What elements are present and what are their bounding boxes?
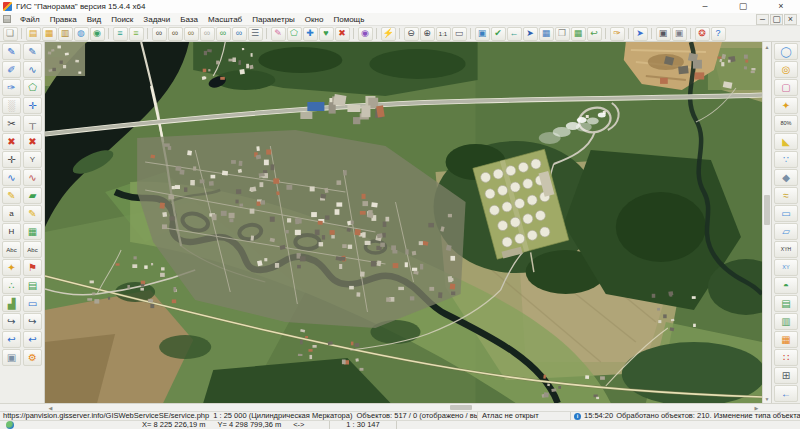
- find-by-name-icon[interactable]: ∞: [168, 27, 183, 41]
- map-viewport[interactable]: [45, 42, 762, 403]
- menu-database[interactable]: База: [175, 15, 203, 24]
- select-object-icon[interactable]: ➤: [523, 27, 538, 41]
- frame-xy-icon[interactable]: XY: [774, 259, 798, 276]
- find-selected-icon[interactable]: ∞: [232, 27, 247, 41]
- map-select-icon[interactable]: ▦: [571, 27, 586, 41]
- flashlight-icon[interactable]: ✦: [2, 259, 21, 276]
- print-setup-icon[interactable]: ▣: [672, 27, 687, 41]
- find-object-icon[interactable]: ∞: [152, 27, 167, 41]
- undo-select-icon[interactable]: ↩: [587, 27, 602, 41]
- edit-object-icon[interactable]: ✎: [2, 43, 21, 60]
- mdi-restore-button[interactable]: ▢: [770, 14, 783, 25]
- menu-scale[interactable]: Масштаб: [203, 15, 247, 24]
- scatter-points-icon[interactable]: ∷: [774, 349, 798, 366]
- menu-tasks[interactable]: Задачи: [138, 15, 175, 24]
- ellipse-tool-icon[interactable]: ◯: [774, 43, 798, 60]
- refresh-map-icon[interactable]: ⚡: [381, 27, 396, 41]
- lens-layers-icon[interactable]: ◓: [774, 277, 798, 294]
- scroll-left-button[interactable]: ◀: [46, 404, 55, 411]
- delete-object-icon[interactable]: ✖: [335, 27, 350, 41]
- zoom-1-1-icon[interactable]: 1:1: [436, 27, 451, 41]
- color-wheel-icon[interactable]: ❂: [695, 27, 710, 41]
- text-a-icon[interactable]: a: [2, 205, 21, 222]
- map-object-icon[interactable]: ▦: [23, 223, 42, 240]
- open-geoportal-icon[interactable]: ◍: [74, 27, 89, 41]
- pointer-icon[interactable]: ➤: [633, 27, 648, 41]
- scroll-down-button[interactable]: ▼: [763, 394, 771, 403]
- redo-icon[interactable]: ↪: [2, 313, 21, 330]
- text-abc-icon[interactable]: Abc: [2, 241, 21, 258]
- undo2-icon[interactable]: ↩: [23, 331, 42, 348]
- survey-point-icon[interactable]: ⚑: [23, 259, 42, 276]
- palette-icon[interactable]: ◉: [358, 27, 373, 41]
- redo2-icon[interactable]: ↪: [23, 313, 42, 330]
- menu-options[interactable]: Параметры: [247, 15, 300, 24]
- favorites-icon[interactable]: ♥: [319, 27, 334, 41]
- layer-list-icon[interactable]: ≡: [113, 27, 128, 41]
- zoom-frame-icon[interactable]: ▭: [452, 27, 467, 41]
- create-spline-icon[interactable]: ∿: [23, 61, 42, 78]
- menu-help[interactable]: Помощь: [328, 15, 369, 24]
- find-inactive-icon[interactable]: ∞: [200, 27, 215, 41]
- marker-icon[interactable]: ✎: [2, 187, 21, 204]
- add-layer-icon[interactable]: ≡: [129, 27, 144, 41]
- vertical-scrollbar[interactable]: ▲ ▼: [762, 42, 771, 403]
- horizontal-scroll-thumb[interactable]: [450, 405, 472, 410]
- close-button[interactable]: ×: [762, 0, 800, 13]
- minimize-button[interactable]: –: [686, 0, 724, 13]
- find-advanced-icon[interactable]: ∞: [184, 27, 199, 41]
- open-database-icon[interactable]: ▥: [58, 27, 73, 41]
- range-toggle[interactable]: <->: [293, 421, 304, 429]
- raster-settings-icon[interactable]: ▣: [2, 349, 21, 366]
- menu-view[interactable]: Вид: [82, 15, 106, 24]
- clipboard-icon[interactable]: ❐: [555, 27, 570, 41]
- scroll-right-button[interactable]: ▶: [752, 404, 761, 411]
- menu-file[interactable]: Файл: [15, 15, 45, 24]
- branch-icon[interactable]: Y: [23, 151, 42, 168]
- coords-xyh-icon[interactable]: XYH: [774, 241, 798, 258]
- opacity-badge[interactable]: 80%: [774, 115, 798, 132]
- create-object-icon[interactable]: ✎: [23, 43, 42, 60]
- new-map-icon[interactable]: ❏: [3, 27, 18, 41]
- open-map-icon[interactable]: ▤: [26, 27, 41, 41]
- mdi-minimize-button[interactable]: –: [756, 14, 769, 25]
- edit-curve-icon[interactable]: ∿: [23, 169, 42, 186]
- highlight-ellipse-icon[interactable]: ◎: [774, 61, 798, 78]
- zoom-out-icon[interactable]: ⊖: [404, 27, 419, 41]
- create-polygon-icon[interactable]: ⬠: [23, 79, 42, 96]
- delete-part-icon[interactable]: ✖: [23, 133, 42, 150]
- add-object-icon[interactable]: ✚: [303, 27, 318, 41]
- map-tiles-icon[interactable]: ▦: [774, 331, 798, 348]
- polygon-outline-icon[interactable]: ▱: [774, 223, 798, 240]
- mdi-close-button[interactable]: ×: [784, 14, 797, 25]
- create-contour-icon[interactable]: ⬠: [287, 27, 302, 41]
- search-key-icon[interactable]: ✑: [610, 27, 625, 41]
- frame-tool-icon[interactable]: ▭: [774, 205, 798, 222]
- menu-search[interactable]: Поиск: [106, 15, 138, 24]
- exit-door-icon[interactable]: ←: [774, 385, 798, 402]
- print-icon[interactable]: ▣: [656, 27, 671, 41]
- fill-area-icon[interactable]: ▰: [23, 187, 42, 204]
- back-icon[interactable]: ←: [507, 27, 522, 41]
- undo-icon[interactable]: ↩: [2, 331, 21, 348]
- horizontal-scrollbar[interactable]: ◀ ▶: [0, 403, 800, 411]
- layers-lens-icon[interactable]: ▥: [774, 313, 798, 330]
- scroll-up-button[interactable]: ▲: [763, 42, 771, 51]
- layers-icon[interactable]: ▤: [774, 295, 798, 312]
- polygon-corner-icon[interactable]: ◣: [774, 133, 798, 150]
- align-node-icon[interactable]: ┬: [23, 115, 42, 132]
- menu-window[interactable]: Окно: [300, 15, 329, 24]
- settings-gear-icon[interactable]: ⚙: [23, 349, 42, 366]
- model-3d-icon[interactable]: ◆: [774, 169, 798, 186]
- menu-edit[interactable]: Правка: [45, 15, 82, 24]
- area-calc-icon[interactable]: ▤: [23, 277, 42, 294]
- profile-icon[interactable]: ▟: [2, 295, 21, 312]
- map-pointer-icon[interactable]: ▦: [539, 27, 554, 41]
- edit-point-icon[interactable]: ✎: [271, 27, 286, 41]
- cluster-corner-icon[interactable]: ∵: [774, 151, 798, 168]
- marker2-icon[interactable]: ✎: [23, 205, 42, 222]
- open-map-list-icon[interactable]: ▦: [42, 27, 57, 41]
- edit-nodes-icon[interactable]: ✐: [2, 61, 21, 78]
- apply-icon[interactable]: ✔: [491, 27, 506, 41]
- cut-object-icon[interactable]: ✂: [2, 115, 21, 132]
